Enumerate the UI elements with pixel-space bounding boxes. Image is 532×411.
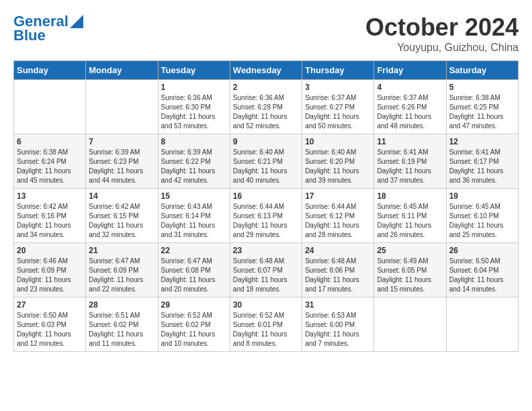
calendar-day-header: Sunday	[14, 61, 86, 80]
day-number: 3	[305, 83, 371, 92]
calendar-day-header: Tuesday	[158, 61, 230, 80]
logo-icon	[70, 15, 83, 28]
calendar-cell: 16Sunrise: 6:44 AM Sunset: 6:13 PM Dayli…	[230, 189, 302, 243]
day-number: 7	[89, 137, 154, 146]
day-number: 16	[233, 191, 299, 201]
page-header: General Blue October 2024 Youyupu, Guizh…	[13, 13, 519, 54]
calendar-cell: 18Sunrise: 6:45 AM Sunset: 6:11 PM Dayli…	[374, 189, 446, 243]
day-number: 31	[305, 300, 371, 310]
calendar-cell	[14, 80, 86, 134]
calendar-cell: 20Sunrise: 6:46 AM Sunset: 6:09 PM Dayli…	[14, 243, 86, 298]
day-number: 5	[449, 83, 515, 92]
calendar-cell: 1Sunrise: 6:36 AM Sunset: 6:30 PM Daylig…	[158, 80, 230, 134]
day-info: Sunrise: 6:49 AM Sunset: 6:05 PM Dayligh…	[377, 257, 443, 294]
day-number: 9	[233, 137, 299, 146]
day-number: 19	[449, 191, 515, 201]
day-number: 18	[377, 191, 443, 201]
calendar-cell: 2Sunrise: 6:36 AM Sunset: 6:28 PM Daylig…	[230, 80, 302, 134]
calendar-cell: 8Sunrise: 6:39 AM Sunset: 6:22 PM Daylig…	[158, 134, 230, 189]
day-info: Sunrise: 6:45 AM Sunset: 6:10 PM Dayligh…	[449, 202, 515, 240]
day-info: Sunrise: 6:39 AM Sunset: 6:22 PM Dayligh…	[161, 148, 227, 185]
day-info: Sunrise: 6:50 AM Sunset: 6:03 PM Dayligh…	[17, 311, 83, 349]
day-number: 6	[17, 137, 83, 146]
calendar-cell: 15Sunrise: 6:43 AM Sunset: 6:14 PM Dayli…	[158, 189, 230, 243]
calendar-day-header: Saturday	[446, 61, 518, 80]
calendar-cell: 4Sunrise: 6:37 AM Sunset: 6:26 PM Daylig…	[374, 80, 446, 134]
calendar-cell: 25Sunrise: 6:49 AM Sunset: 6:05 PM Dayli…	[374, 243, 446, 298]
day-number: 23	[233, 246, 299, 255]
day-info: Sunrise: 6:42 AM Sunset: 6:15 PM Dayligh…	[89, 202, 154, 240]
day-number: 29	[161, 300, 227, 310]
calendar-cell: 28Sunrise: 6:51 AM Sunset: 6:02 PM Dayli…	[86, 298, 158, 352]
day-info: Sunrise: 6:40 AM Sunset: 6:20 PM Dayligh…	[305, 148, 371, 185]
day-number: 14	[89, 191, 154, 201]
calendar-cell: 22Sunrise: 6:47 AM Sunset: 6:08 PM Dayli…	[158, 243, 230, 298]
day-number: 1	[161, 83, 227, 92]
day-info: Sunrise: 6:41 AM Sunset: 6:17 PM Dayligh…	[449, 148, 515, 185]
title-block: October 2024 Youyupu, Guizhou, China	[365, 13, 519, 54]
month-title: October 2024	[365, 13, 519, 42]
calendar-cell: 31Sunrise: 6:53 AM Sunset: 6:00 PM Dayli…	[302, 298, 374, 352]
calendar-cell: 12Sunrise: 6:41 AM Sunset: 6:17 PM Dayli…	[446, 134, 518, 189]
calendar-day-header: Friday	[374, 61, 446, 80]
day-number: 15	[161, 191, 227, 201]
day-info: Sunrise: 6:45 AM Sunset: 6:11 PM Dayligh…	[377, 202, 443, 240]
day-info: Sunrise: 6:36 AM Sunset: 6:30 PM Dayligh…	[161, 93, 227, 131]
day-info: Sunrise: 6:40 AM Sunset: 6:21 PM Dayligh…	[233, 148, 299, 185]
day-info: Sunrise: 6:41 AM Sunset: 6:19 PM Dayligh…	[377, 148, 443, 185]
calendar-day-header: Thursday	[302, 61, 374, 80]
day-number: 26	[449, 246, 515, 255]
calendar-cell: 13Sunrise: 6:42 AM Sunset: 6:16 PM Dayli…	[14, 189, 86, 243]
day-info: Sunrise: 6:53 AM Sunset: 6:00 PM Dayligh…	[305, 311, 371, 349]
day-info: Sunrise: 6:50 AM Sunset: 6:04 PM Dayligh…	[449, 257, 515, 294]
day-number: 28	[89, 300, 154, 310]
calendar-week-row: 1Sunrise: 6:36 AM Sunset: 6:30 PM Daylig…	[14, 80, 519, 134]
day-info: Sunrise: 6:37 AM Sunset: 6:26 PM Dayligh…	[377, 93, 443, 131]
day-number: 27	[17, 300, 83, 310]
calendar-cell: 23Sunrise: 6:48 AM Sunset: 6:07 PM Dayli…	[230, 243, 302, 298]
day-number: 22	[161, 246, 227, 255]
calendar-cell: 26Sunrise: 6:50 AM Sunset: 6:04 PM Dayli…	[446, 243, 518, 298]
day-info: Sunrise: 6:44 AM Sunset: 6:13 PM Dayligh…	[233, 202, 299, 240]
location-subtitle: Youyupu, Guizhou, China	[365, 42, 519, 54]
day-number: 4	[377, 83, 443, 92]
calendar-cell	[374, 298, 446, 352]
day-info: Sunrise: 6:38 AM Sunset: 6:24 PM Dayligh…	[17, 148, 83, 185]
calendar-cell: 24Sunrise: 6:48 AM Sunset: 6:06 PM Dayli…	[302, 243, 374, 298]
calendar-cell	[446, 298, 518, 352]
calendar-cell: 14Sunrise: 6:42 AM Sunset: 6:15 PM Dayli…	[86, 189, 158, 243]
calendar-week-row: 13Sunrise: 6:42 AM Sunset: 6:16 PM Dayli…	[14, 189, 519, 243]
calendar-cell	[86, 80, 158, 134]
calendar-cell: 6Sunrise: 6:38 AM Sunset: 6:24 PM Daylig…	[14, 134, 86, 189]
calendar-week-row: 27Sunrise: 6:50 AM Sunset: 6:03 PM Dayli…	[14, 298, 519, 352]
day-number: 8	[161, 137, 227, 146]
day-info: Sunrise: 6:43 AM Sunset: 6:14 PM Dayligh…	[161, 202, 227, 240]
day-info: Sunrise: 6:47 AM Sunset: 6:09 PM Dayligh…	[89, 257, 154, 294]
calendar-cell: 27Sunrise: 6:50 AM Sunset: 6:03 PM Dayli…	[14, 298, 86, 352]
day-number: 30	[233, 300, 299, 310]
day-number: 20	[17, 246, 83, 255]
calendar-cell: 21Sunrise: 6:47 AM Sunset: 6:09 PM Dayli…	[86, 243, 158, 298]
calendar-week-row: 20Sunrise: 6:46 AM Sunset: 6:09 PM Dayli…	[14, 243, 519, 298]
calendar-table: SundayMondayTuesdayWednesdayThursdayFrid…	[13, 60, 519, 352]
day-info: Sunrise: 6:46 AM Sunset: 6:09 PM Dayligh…	[17, 257, 83, 294]
calendar-cell: 19Sunrise: 6:45 AM Sunset: 6:10 PM Dayli…	[446, 189, 518, 243]
day-info: Sunrise: 6:42 AM Sunset: 6:16 PM Dayligh…	[17, 202, 83, 240]
day-info: Sunrise: 6:39 AM Sunset: 6:23 PM Dayligh…	[89, 148, 154, 185]
calendar-header-row: SundayMondayTuesdayWednesdayThursdayFrid…	[14, 61, 519, 80]
calendar-week-row: 6Sunrise: 6:38 AM Sunset: 6:24 PM Daylig…	[14, 134, 519, 189]
day-number: 25	[377, 246, 443, 255]
calendar-day-header: Monday	[86, 61, 158, 80]
calendar-cell: 11Sunrise: 6:41 AM Sunset: 6:19 PM Dayli…	[374, 134, 446, 189]
calendar-cell: 30Sunrise: 6:52 AM Sunset: 6:01 PM Dayli…	[230, 298, 302, 352]
day-info: Sunrise: 6:36 AM Sunset: 6:28 PM Dayligh…	[233, 93, 299, 131]
day-info: Sunrise: 6:47 AM Sunset: 6:08 PM Dayligh…	[161, 257, 227, 294]
day-info: Sunrise: 6:52 AM Sunset: 6:01 PM Dayligh…	[233, 311, 299, 349]
day-info: Sunrise: 6:44 AM Sunset: 6:12 PM Dayligh…	[305, 202, 371, 240]
calendar-cell: 5Sunrise: 6:38 AM Sunset: 6:25 PM Daylig…	[446, 80, 518, 134]
svg-marker-0	[70, 15, 83, 28]
day-number: 17	[305, 191, 371, 201]
day-number: 13	[17, 191, 83, 201]
calendar-day-header: Wednesday	[230, 61, 302, 80]
day-number: 11	[377, 137, 443, 146]
